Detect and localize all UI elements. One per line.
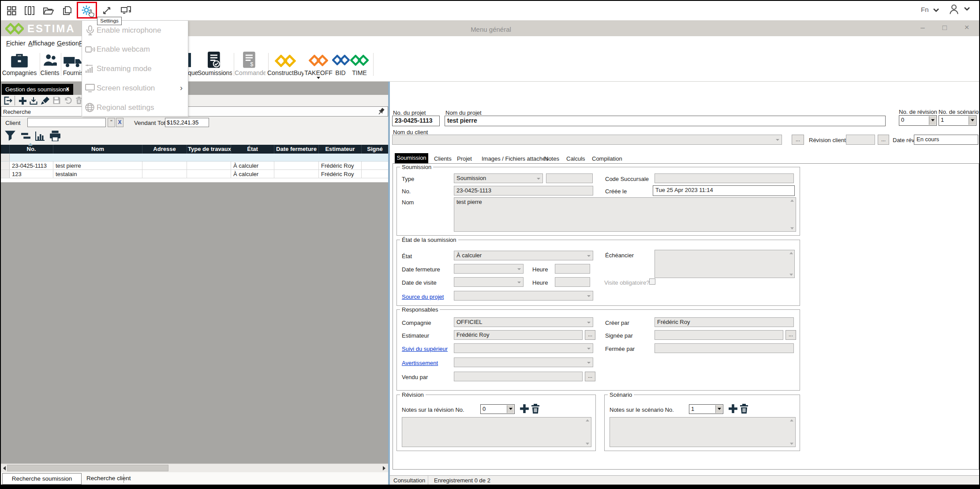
search-panel-header[interactable]: Recherche [1,106,388,117]
maximize-button[interactable]: □ [937,23,953,32]
chart-icon[interactable] [35,131,45,141]
col-nom[interactable]: Nom [53,145,142,154]
apps-grid-icon[interactable] [7,6,16,15]
tab-gestion-soumissions[interactable]: Gestion des soumissions x [2,84,73,95]
tab-recherche-client[interactable]: Recherche client [86,475,131,481]
group-rows-icon[interactable] [21,133,30,139]
col-date-fermeture[interactable]: Date fermeture [274,145,319,154]
dropdown-button-icon[interactable] [929,116,936,125]
menu-gestion[interactable]: Gestion [57,40,79,47]
table-row[interactable]: 123 testalain À calculer Frédéric Roy [1,170,388,178]
scroll-left-icon[interactable] [3,466,6,470]
notes-scenario-select[interactable]: 1 [689,404,723,414]
displays-icon[interactable] [121,6,131,14]
scroll-down-icon[interactable] [586,443,589,445]
close-button[interactable]: × [959,23,975,32]
col-signe[interactable]: Signé [362,145,388,154]
menu-item-screen-resolution[interactable]: Screen resolution › [82,79,188,98]
copy-pages-icon[interactable] [63,6,72,15]
dropdown-button-icon[interactable] [507,405,514,413]
module-compagnies[interactable]: Compagnies [1,50,38,81]
vendant-total-field[interactable]: $152,241.35 [165,118,209,127]
tab-projet[interactable]: Projet [457,155,472,162]
delete-scenario-icon[interactable] [739,402,749,415]
client-clear-button[interactable]: X [116,118,123,127]
date-rev-field[interactable]: En cours [914,135,978,145]
scroll-down-icon[interactable] [790,227,794,229]
tab-close-icon[interactable]: x [66,85,69,92]
module-soumissions[interactable]: Soumissions [198,50,232,81]
revision-client-browse-button[interactable]: ... [878,135,889,145]
cree-le-field[interactable]: Tue 25 Apr 2023 11:14 [653,185,795,196]
nom-projet-field[interactable]: test pierre [445,116,886,126]
no-revision-select[interactable]: 0 [899,115,937,126]
open-folder-icon[interactable] [43,7,54,15]
no-scenario-label: No. de scénario [939,109,979,115]
user-menu[interactable] [948,4,970,17]
module-time[interactable]: TIME [348,50,371,81]
menu-item-regional-settings[interactable]: Regional settings [82,98,188,117]
avertissement-link[interactable]: Avertissement [402,360,438,366]
vendu-par-browse-button[interactable]: ... [585,372,595,381]
layout-columns-icon[interactable] [25,6,34,15]
estimateur-browse-button[interactable]: ... [585,330,595,340]
col-no[interactable]: No. [10,145,53,154]
client-search-input[interactable] [27,118,106,127]
tab-images-fichiers[interactable]: Images / Fichiers attachés [482,155,549,162]
table-row[interactable]: 23-0425-1113 test pierre À calculer Fréd… [1,162,388,170]
import-icon[interactable] [29,96,38,105]
client-quote-button[interactable]: '' [108,118,115,127]
suivi-superieur-link[interactable]: Suivi du supérieur [402,346,448,352]
col-estimateur[interactable]: Estimateur [319,145,362,154]
print-icon[interactable] [49,131,61,141]
tab-calculs[interactable]: Calculs [566,155,585,162]
nom-textarea[interactable]: test pierre [454,197,796,232]
module-constructbuy[interactable]: ConstructBuy [267,50,303,81]
no-scenario-select[interactable]: 1 [939,115,976,126]
menu-item-enable-webcam[interactable]: Enable webcam [82,40,188,59]
module-takeoff[interactable]: TAKEOFF [304,50,333,81]
tab-recherche-soumission[interactable]: Recherche soumission [2,473,82,485]
col-adresse[interactable]: Adresse [142,145,187,154]
add-revision-icon[interactable] [520,404,529,414]
tab-clients[interactable]: Clients [434,155,452,162]
h-scrollbar[interactable] [1,463,388,472]
col-etat[interactable]: État [231,145,274,154]
scroll-right-icon[interactable] [383,466,385,470]
edit-pencil-icon[interactable] [41,96,50,105]
col-type[interactable]: Type de travaux [187,145,231,154]
takeoff-dropdown-arrow-icon[interactable] [317,77,320,79]
dropdown-button-icon[interactable] [715,405,722,413]
scroll-down-icon[interactable] [789,274,793,276]
source-projet-link[interactable]: Source du projet [402,293,444,300]
module-clients[interactable]: Clients [40,50,60,81]
pin-icon[interactable] [378,108,385,116]
tab-soumission[interactable]: Soumission [395,153,428,163]
minimize-button[interactable]: – [915,23,931,32]
tab-notes[interactable]: Notes [544,155,559,162]
fn-menu[interactable]: Fn [921,6,939,13]
filter-funnel-icon[interactable] [4,130,16,141]
scroll-up-icon[interactable] [790,419,793,421]
delete-revision-icon[interactable] [530,402,541,415]
tab-compilation[interactable]: Compilation [592,155,622,162]
exit-icon[interactable] [4,96,13,105]
menu-affichage[interactable]: Affichage [28,40,55,47]
table-filter-row[interactable] [1,154,388,162]
menu-item-streaming-mode[interactable]: Streaming mode [82,59,188,78]
settings-button-highlight[interactable] [77,2,97,19]
notes-revision-select[interactable]: 0 [480,404,515,414]
scroll-up-icon[interactable] [789,252,793,254]
no-projet-field[interactable]: 23-0425-1113 [392,116,440,126]
scroll-up-icon[interactable] [790,199,794,202]
signee-par-browse-button[interactable]: ... [785,330,796,340]
scroll-up-icon[interactable] [586,419,589,421]
menu-fichier[interactable]: Fichier [6,40,26,47]
add-icon[interactable] [19,97,27,105]
add-scenario-icon[interactable] [728,404,738,414]
nom-client-browse-button[interactable]: ... [792,135,804,145]
scroll-thumb[interactable] [7,465,168,471]
dropdown-button-icon[interactable] [969,116,976,125]
fullscreen-icon[interactable] [102,6,111,15]
scroll-down-icon[interactable] [790,443,793,445]
